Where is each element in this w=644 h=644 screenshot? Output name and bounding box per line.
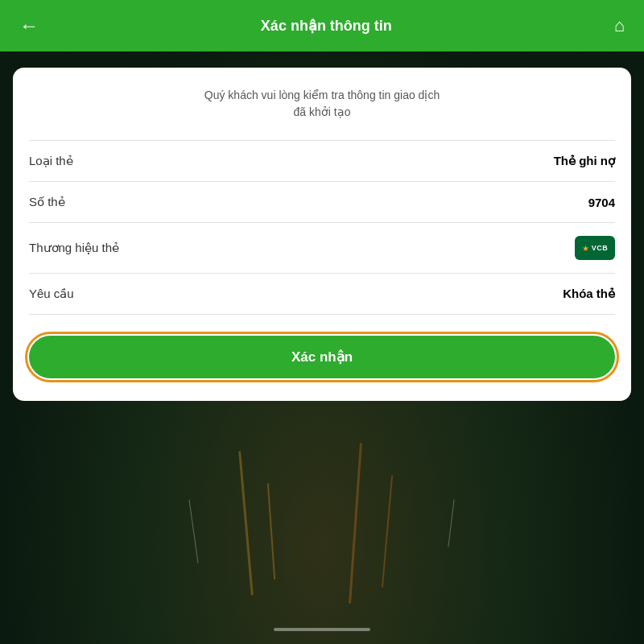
background-streaks <box>0 362 644 644</box>
divider-4 <box>29 314 615 315</box>
back-button[interactable]: ← <box>19 14 39 37</box>
value-loai-the: Thẻ ghi nợ <box>554 154 615 168</box>
value-so-the: 9704 <box>588 196 615 209</box>
label-yeu-cau: Yêu cầu <box>29 287 74 301</box>
phone-container: ← Xác nhận thông tin ⌂ Quý khách vui lòn… <box>0 0 644 644</box>
home-button[interactable]: ⌂ <box>614 15 625 36</box>
row-so-the: Số thẻ 9704 <box>29 182 615 222</box>
label-thuong-hieu: Thương hiệu thẻ <box>29 241 119 255</box>
card-brand-logo: ★ VCB <box>575 236 615 260</box>
row-loai-the: Loại thẻ Thẻ ghi nợ <box>29 141 615 181</box>
card-subtitle: Quý khách vui lòng kiểm tra thông tin gi… <box>29 87 615 121</box>
label-so-the: Số thẻ <box>29 195 65 209</box>
confirm-button[interactable]: Xác nhận <box>29 336 615 378</box>
info-card: Quý khách vui lòng kiểm tra thông tin gi… <box>13 68 631 401</box>
logo-star: ★ <box>582 244 589 253</box>
home-indicator <box>274 628 370 631</box>
row-thuong-hieu: Thương hiệu thẻ ★ VCB <box>29 223 615 273</box>
value-yeu-cau: Khóa thẻ <box>563 287 615 301</box>
label-loai-the: Loại thẻ <box>29 154 73 168</box>
header-title: Xác nhận thông tin <box>39 17 614 35</box>
header-bar: ← Xác nhận thông tin ⌂ <box>0 0 644 52</box>
logo-text: VCB <box>592 244 609 252</box>
row-yeu-cau: Yêu cầu Khóa thẻ <box>29 274 615 314</box>
